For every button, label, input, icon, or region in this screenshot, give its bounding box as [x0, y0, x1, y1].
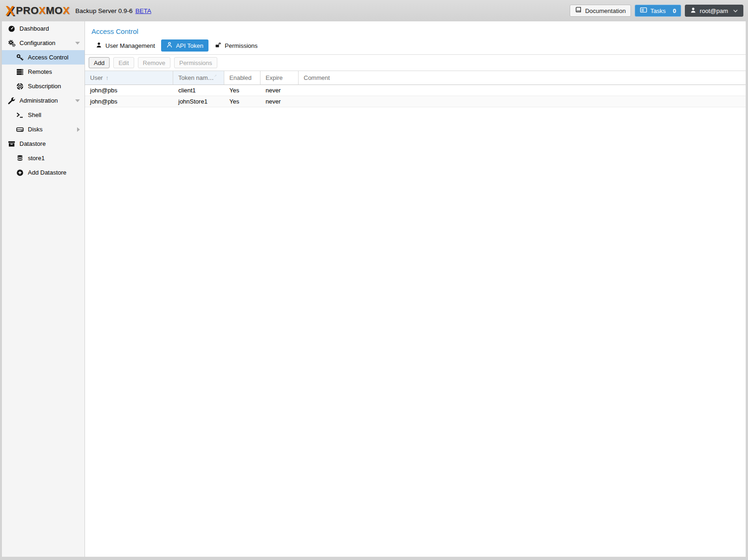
remove-button[interactable]: Remove [138, 57, 170, 68]
collapse-caret-icon[interactable] [75, 42, 80, 45]
sidebar: Dashboard Configuration Access Control R… [1, 21, 85, 557]
wrench-icon [7, 97, 16, 104]
sidebar-item-label: store1 [28, 155, 45, 162]
cell-token-name: johnStore1 [173, 96, 224, 107]
tab-label: API Token [176, 42, 203, 49]
server-icon [16, 68, 24, 76]
sidebar-item-label: Add Datastore [28, 169, 66, 176]
logo-letters: PRO [16, 5, 39, 16]
sidebar-item-label: Access Control [28, 54, 68, 61]
sidebar-item-access-control[interactable]: Access Control [2, 50, 85, 65]
sidebar-item-store1[interactable]: store1 [2, 151, 85, 165]
sidebar-item-subscription[interactable]: Subscription [2, 79, 85, 93]
column-header-comment[interactable]: Comment [299, 71, 746, 85]
column-header-user[interactable]: User ↑ [85, 71, 173, 85]
sidebar-item-shell[interactable]: Shell [2, 108, 85, 122]
user-menu-button[interactable]: root@pam [685, 5, 743, 17]
documentation-button[interactable]: Documentation [570, 5, 631, 17]
add-button[interactable]: Add [89, 57, 110, 68]
expand-caret-icon[interactable] [77, 127, 80, 132]
proxmox-x-icon: X [6, 4, 14, 18]
table-header: User ↑ Token nam… ↑ Enabled Expire Comme… [85, 71, 746, 85]
sidebar-item-label: Dashboard [20, 25, 49, 32]
sidebar-item-label: Shell [28, 111, 41, 118]
tasks-count-badge: 0 [673, 7, 676, 14]
sidebar-item-label: Subscription [28, 83, 61, 90]
gears-icon [7, 39, 16, 47]
cell-expire: never [260, 85, 299, 96]
unlock-icon [215, 42, 221, 50]
cell-enabled: Yes [224, 85, 260, 96]
permissions-button[interactable]: Permissions [174, 57, 217, 68]
lifering-icon [16, 83, 24, 90]
sidebar-item-label: Disks [28, 126, 43, 133]
logo-letters: MO [46, 5, 63, 16]
user-menu-label: root@pam [700, 7, 728, 14]
secondary-sort-icon: ↑ [213, 73, 218, 78]
table-row[interactable]: john@pbs client1 Yes never [85, 85, 746, 96]
sidebar-item-dashboard[interactable]: Dashboard [2, 21, 85, 36]
cell-comment [299, 85, 746, 96]
content-area: Dashboard Configuration Access Control R… [1, 21, 746, 557]
tab-permissions[interactable]: Permissions [209, 39, 263, 52]
column-header-token-name[interactable]: Token nam… ↑ [173, 71, 224, 85]
task-list-icon [640, 7, 647, 15]
beta-link[interactable]: BETA [135, 7, 151, 14]
tasks-label: Tasks [650, 7, 666, 14]
cell-expire: never [260, 96, 299, 107]
cell-comment [299, 96, 746, 107]
top-bar: X PROXMOX Backup Server 0.9-6 BETA Docum… [0, 0, 748, 21]
column-header-enabled[interactable]: Enabled [224, 71, 260, 85]
sidebar-item-label: Datastore [20, 140, 46, 147]
cell-user: john@pbs [85, 85, 173, 96]
proxmox-logo: X PROXMOX [6, 4, 70, 18]
tab-api-token[interactable]: API Token [161, 39, 208, 52]
toolbar: Add Edit Remove Permissions [85, 55, 746, 71]
column-label: User [90, 74, 103, 81]
sidebar-item-datastore[interactable]: Datastore [2, 137, 85, 151]
archive-icon [7, 140, 16, 148]
sidebar-item-add-datastore[interactable]: Add Datastore [2, 165, 85, 180]
documentation-label: Documentation [585, 7, 625, 14]
cell-user: john@pbs [85, 96, 173, 107]
column-label: Comment [304, 74, 330, 81]
column-header-expire[interactable]: Expire [260, 71, 299, 85]
sidebar-item-label: Configuration [20, 39, 55, 46]
gauge-icon [7, 25, 16, 33]
plus-circle-icon [16, 169, 24, 176]
terminal-icon [16, 111, 24, 119]
collapse-caret-icon[interactable] [75, 99, 80, 102]
column-label: Expire [266, 74, 283, 81]
user-icon [690, 7, 696, 15]
tab-bar: User Management API Token Permissions [85, 39, 746, 55]
top-bar-actions: Documentation Tasks 0 root@pam [570, 5, 743, 17]
tab-label: Permissions [225, 42, 258, 49]
column-label: Enabled [229, 74, 252, 81]
sidebar-item-remotes[interactable]: Remotes [2, 65, 85, 79]
hdd-icon [16, 126, 24, 133]
proxmox-wordmark: PROXMOX [16, 6, 70, 16]
table-row[interactable]: john@pbs johnStore1 Yes never [85, 96, 746, 107]
sidebar-item-administration[interactable]: Administration [2, 93, 85, 108]
main-panel: Access Control User Management API Token… [85, 21, 746, 557]
cell-token-name: client1 [173, 85, 224, 96]
tasks-button[interactable]: Tasks 0 [635, 5, 681, 17]
sidebar-item-disks[interactable]: Disks [2, 122, 85, 137]
column-label: Token nam… [178, 74, 214, 81]
user-outline-icon [166, 41, 173, 50]
cell-enabled: Yes [224, 96, 260, 107]
sidebar-item-configuration[interactable]: Configuration [2, 36, 85, 50]
tab-user-management[interactable]: User Management [91, 39, 160, 52]
user-icon [96, 42, 102, 50]
database-icon [16, 155, 24, 162]
product-version-label: Backup Server 0.9-6 [75, 7, 132, 14]
sort-asc-icon: ↑ [105, 74, 109, 81]
sidebar-item-label: Remotes [28, 68, 52, 75]
chevron-down-icon [733, 9, 738, 13]
table-body: john@pbs client1 Yes never john@pbs john… [85, 85, 746, 107]
sidebar-item-label: Administration [20, 97, 58, 104]
logo-letters: X [63, 5, 70, 16]
edit-button[interactable]: Edit [113, 57, 134, 68]
key-icon [16, 54, 24, 61]
page-title: Access Control [85, 21, 746, 39]
